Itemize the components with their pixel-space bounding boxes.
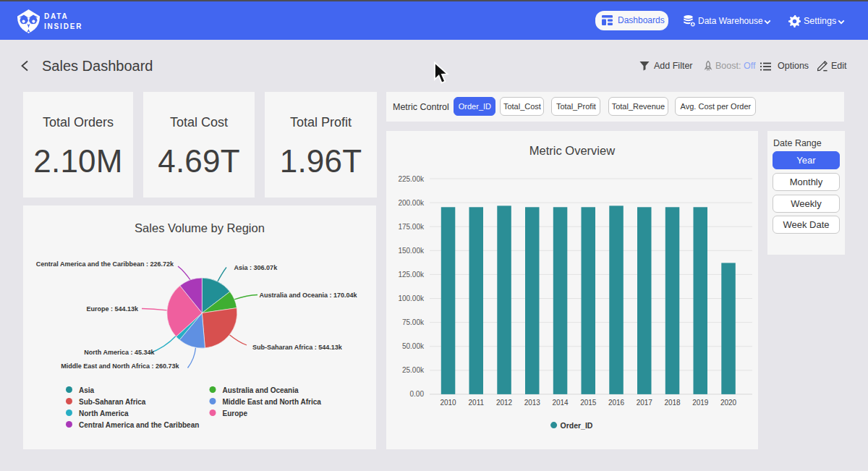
svg-text:Order_ID: Order_ID [561, 421, 593, 430]
svg-text:2015: 2015 [580, 399, 597, 407]
svg-text:Asia: Asia [79, 386, 95, 394]
svg-text:25.00k: 25.00k [402, 366, 425, 374]
svg-text:2018: 2018 [664, 399, 681, 407]
svg-text:Central America and the Caribb: Central America and the Caribbean [79, 421, 199, 429]
svg-text:75.00k: 75.00k [402, 318, 425, 326]
svg-text:Australia and Oceania : 170.04: Australia and Oceania : 170.04k [260, 292, 358, 299]
svg-text:150.00k: 150.00k [398, 247, 425, 255]
svg-text:2010: 2010 [440, 399, 456, 407]
svg-text:Sales Volume by Region: Sales Volume by Region [135, 221, 265, 234]
svg-text:125.00k: 125.00k [398, 271, 425, 279]
svg-text:Sub-Saharan Africa : 544.13k: Sub-Saharan Africa : 544.13k [252, 344, 343, 351]
svg-text:225.00k: 225.00k [398, 175, 425, 183]
svg-text:200.00k: 200.00k [398, 199, 425, 207]
svg-text:North America : 45.34k: North America : 45.34k [84, 349, 155, 356]
svg-text:Asia : 306.07k: Asia : 306.07k [234, 264, 278, 271]
svg-text:175.00k: 175.00k [398, 223, 425, 231]
svg-text:Europe : 544.13k: Europe : 544.13k [86, 305, 139, 313]
svg-text:2019: 2019 [692, 399, 709, 407]
svg-text:2011: 2011 [469, 399, 485, 407]
svg-text:Middle East and North Africa :: Middle East and North Africa : 260.73k [61, 362, 179, 370]
svg-text:2016: 2016 [608, 399, 625, 407]
svg-text:100.00k: 100.00k [398, 294, 425, 302]
svg-text:50.00k: 50.00k [402, 342, 425, 350]
svg-text:2013: 2013 [524, 399, 541, 407]
svg-text:Europe: Europe [223, 410, 248, 417]
svg-text:Middle East and North Africa: Middle East and North Africa [223, 398, 322, 406]
svg-text:Central America and the Caribb: Central America and the Caribbean : 226.… [36, 260, 174, 268]
svg-text:Australia and Oceania: Australia and Oceania [223, 386, 299, 394]
svg-text:Sub-Saharan Africa: Sub-Saharan Africa [79, 398, 146, 406]
svg-text:2014: 2014 [552, 399, 569, 407]
svg-text:2012: 2012 [496, 399, 513, 407]
svg-text:2020: 2020 [720, 399, 737, 407]
svg-text:North America: North America [79, 410, 129, 417]
svg-text:0.00: 0.00 [410, 390, 425, 398]
svg-text:Metric Overview: Metric Overview [529, 144, 615, 157]
svg-text:2017: 2017 [637, 399, 653, 407]
